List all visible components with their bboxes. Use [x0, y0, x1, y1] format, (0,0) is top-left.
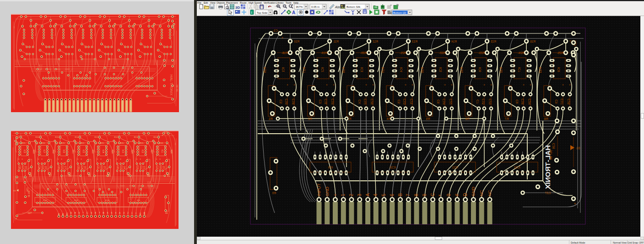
svg-text:C11: C11	[140, 165, 142, 169]
svg-text:*: *	[83, 212, 84, 214]
svg-text:C13: C13	[101, 165, 103, 169]
svg-text:R15: R15	[491, 40, 496, 43]
svg-text:+: +	[333, 83, 335, 87]
svg-text:R26: R26	[263, 67, 266, 73]
svg-text:R14: R14	[75, 136, 79, 138]
svg-text:C6: C6	[84, 166, 86, 169]
svg-text:C22: C22	[77, 165, 80, 169]
svg-text:0: 0	[446, 194, 451, 196]
svg-text:A: A	[365, 193, 370, 196]
svg-text:-R21-: -R21-	[400, 51, 407, 54]
svg-text:IC2: IC2	[141, 150, 144, 153]
svg-text:8: 8	[95, 212, 96, 214]
svg-text:B: B	[103, 212, 104, 214]
svg-text:4: 4	[373, 194, 378, 196]
svg-text:IC7: IC7	[43, 150, 45, 153]
svg-text:C: C	[87, 212, 88, 214]
svg-text:C16: C16	[42, 165, 44, 169]
svg-text:+: +	[574, 201, 576, 206]
svg-text:Bottom (2): Bottom (2)	[393, 11, 406, 14]
svg-text:Bottom Silk: Bottom Silk	[346, 5, 361, 8]
svg-text:C9: C9	[555, 100, 558, 104]
svg-text:+: +	[135, 212, 137, 214]
svg-text:+: +	[293, 83, 295, 87]
svg-text:+: +	[490, 83, 492, 87]
svg-text:IC6: IC6	[478, 67, 482, 72]
svg-text:R2: R2	[147, 175, 150, 177]
svg-text:367%: 367%	[296, 5, 303, 8]
svg-text:R13: R13	[412, 40, 417, 43]
svg-text:IC7: IC7	[518, 67, 521, 72]
svg-text:C26: C26	[26, 188, 28, 192]
svg-text:+: +	[136, 158, 138, 160]
svg-text:IC2: IC2	[321, 67, 324, 72]
svg-text:+: +	[61, 158, 62, 160]
svg-text:R5: R5	[88, 175, 91, 177]
svg-text:R15: R15	[55, 136, 59, 138]
svg-text:+: +	[140, 158, 141, 160]
svg-text:+: +	[77, 158, 79, 160]
svg-text:C7: C7	[64, 166, 66, 169]
svg-text:C23: C23	[58, 165, 60, 169]
svg-text:R28: R28	[342, 67, 345, 73]
svg-text:INPUT: INPUT	[316, 183, 321, 196]
svg-text:C17: C17	[560, 99, 563, 105]
svg-text:+: +	[365, 83, 367, 87]
svg-text:C21: C21	[410, 99, 413, 105]
svg-text:Route: Route	[240, 1, 246, 4]
svg-text:+: +	[281, 36, 283, 40]
svg-text:IC11: IC11	[74, 199, 78, 201]
svg-text:C22: C22	[449, 99, 452, 105]
svg-text:+: +	[97, 158, 98, 160]
svg-text:IC4: IC4	[400, 67, 403, 72]
svg-text:Objects: Objects	[216, 1, 225, 4]
svg-text:+: +	[405, 83, 406, 87]
svg-text:B: B	[397, 193, 403, 196]
svg-text:+: +	[483, 83, 485, 87]
svg-text:C18: C18	[156, 165, 158, 169]
svg-text:R11: R11	[333, 40, 339, 43]
svg-text:7: 7	[405, 194, 411, 196]
svg-text:R10: R10	[154, 136, 157, 138]
svg-text:R9: R9	[165, 212, 168, 214]
svg-text:+: +	[117, 158, 118, 160]
svg-text:-C1-: -C1-	[272, 29, 279, 32]
svg-text:-R23-: -R23-	[478, 51, 486, 54]
svg-text:C24: C24	[38, 165, 40, 169]
svg-text:+: +	[100, 158, 102, 160]
svg-text:View: View	[210, 1, 216, 4]
svg-text:R12: R12	[114, 136, 118, 138]
svg-text:+: +	[523, 83, 525, 87]
svg-text:D: D	[70, 212, 72, 214]
svg-text:Placement: Placement	[226, 1, 238, 4]
svg-text:IC5: IC5	[439, 67, 442, 72]
svg-text:R6: R6	[465, 117, 469, 120]
svg-text:R7: R7	[49, 175, 52, 177]
svg-text:IC12: IC12	[43, 199, 48, 201]
svg-text:R11: R11	[134, 136, 138, 138]
svg-text:R27: R27	[303, 67, 306, 73]
svg-text:0.05 in: 0.05 in	[311, 5, 319, 8]
svg-text:+: +	[569, 83, 571, 87]
svg-text:IC1: IC1	[281, 67, 285, 72]
svg-text:R30: R30	[421, 67, 424, 73]
svg-text:R29: R29	[111, 150, 114, 154]
svg-text:A: A	[292, 10, 295, 15]
svg-text:D1: D1	[576, 146, 580, 150]
svg-text:IC9: IC9	[137, 199, 140, 201]
svg-text:Help: Help	[293, 1, 298, 4]
svg-text:HAL-TRONIX: HAL-TRONIX	[169, 75, 173, 95]
svg-text:C5: C5	[279, 100, 282, 104]
svg-text:I: I	[251, 11, 252, 15]
svg-text:C: C	[430, 193, 435, 196]
svg-text:-R19-: -R19-	[321, 51, 328, 54]
svg-text:IC10: IC10	[390, 166, 396, 169]
svg-text:NC: NC	[479, 190, 484, 196]
svg-text:0: 0	[79, 212, 80, 214]
svg-text:C20: C20	[370, 99, 373, 105]
svg-text:+: +	[120, 158, 121, 160]
svg-text:File: File	[197, 1, 201, 4]
svg-text:C12: C12	[363, 99, 367, 105]
svg-text:R31: R31	[460, 67, 463, 73]
svg-text:C5: C5	[397, 100, 400, 104]
